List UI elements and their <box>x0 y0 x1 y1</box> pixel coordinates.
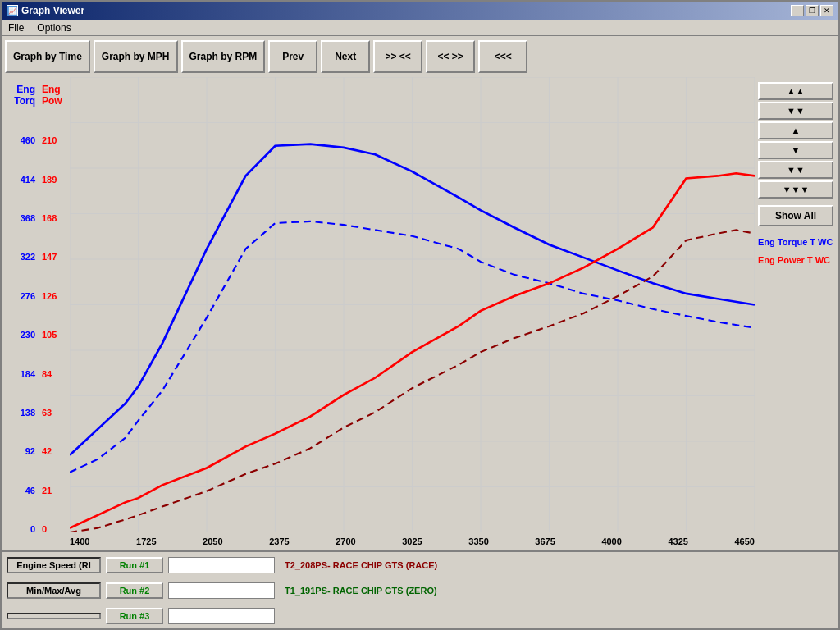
title-bar-buttons: — ❐ ✕ <box>791 5 833 16</box>
right-panel: ▲▲ ▼▼ ▲ ▼ ▼▼ ▼▼▼ Show All Eng Torque T W… <box>755 79 837 549</box>
x-axis-3675: 3675 <box>535 536 555 546</box>
window-title: Graph Viewer <box>21 5 84 16</box>
y-axis-blue-184: 184 <box>21 369 35 379</box>
y-axis-blue-230: 230 <box>21 330 35 340</box>
bottom-row-1: Engine Speed (RI Run #1 T2_208PS- RACE C… <box>2 552 838 578</box>
run2-button[interactable]: Run #2 <box>106 582 163 599</box>
prev-button[interactable]: Prev <box>268 40 317 73</box>
y-axis-blue-138: 138 <box>21 408 35 418</box>
y-axis-red-126: 126 <box>42 291 57 301</box>
zoom-in-button[interactable]: >> << <box>373 40 422 73</box>
x-axis-1400: 1400 <box>70 536 89 546</box>
nav-group-left: ▲▲ ▼▼ ▲ ▼ ▼▼ ▼▼▼ <box>758 82 833 199</box>
legend-blue: Eng Torque T WC <box>758 236 833 248</box>
close-button[interactable]: ✕ <box>820 5 833 16</box>
graph-by-mph-button[interactable]: Graph by MPH <box>94 40 178 73</box>
run1-button[interactable]: Run #1 <box>106 557 163 573</box>
legend-blue-label: Eng Torque T WC <box>758 237 833 247</box>
y-axis-blue-46: 46 <box>25 486 35 495</box>
nav-up-left[interactable]: ▲ <box>758 121 833 139</box>
legend-red-label: Eng Power T WC <box>758 255 830 265</box>
nav-up-up-left[interactable]: ▲▲ <box>758 82 833 100</box>
y-axis-red-168: 168 <box>42 213 57 223</box>
menu-options[interactable]: Options <box>34 21 74 34</box>
x-axis-3350: 3350 <box>468 536 488 546</box>
y-axis-blue-92: 92 <box>25 446 35 456</box>
show-all-button[interactable]: Show All <box>758 205 833 226</box>
y-axis-blue-276: 276 <box>21 291 35 301</box>
run3-description <box>280 614 833 618</box>
y-axis-red-42: 42 <box>42 446 52 456</box>
empty-label <box>7 613 101 619</box>
run2-color-box <box>168 582 275 599</box>
y-axis-red: Eng Pow 210 189 168 147 126 105 84 63 42… <box>39 77 70 550</box>
nav-down-left[interactable]: ▼ <box>758 141 833 159</box>
main-area: Eng Torq 460 414 368 322 276 230 184 138… <box>2 77 838 550</box>
x-axis-1725: 1725 <box>136 536 156 546</box>
y-axis-blue-header: Eng Torq <box>5 84 35 107</box>
minimize-button[interactable]: — <box>791 5 804 16</box>
zoom-out-button[interactable]: << >> <box>426 40 475 73</box>
menu-file[interactable]: File <box>5 21 27 34</box>
legend-red: Eng Power T WC <box>758 254 833 266</box>
y-axis-red-84: 84 <box>42 369 52 379</box>
bottom-bar: Engine Speed (RI Run #1 T2_208PS- RACE C… <box>2 550 838 628</box>
y-axis-blue-414: 414 <box>21 175 35 185</box>
run3-button[interactable]: Run #3 <box>106 608 163 624</box>
y-axis-blue: Eng Torq 460 414 368 322 276 230 184 138… <box>2 77 39 550</box>
next-button[interactable]: Next <box>321 40 370 73</box>
y-axis-red-21: 21 <box>42 486 52 495</box>
y-axis-red-63: 63 <box>42 408 52 418</box>
y-axis-blue-0: 0 <box>30 524 35 534</box>
x-axis-2050: 2050 <box>203 536 222 546</box>
nav-down-down2-left[interactable]: ▼▼ <box>758 161 833 179</box>
y-axis-blue-368: 368 <box>21 213 35 223</box>
nav-down-down-left[interactable]: ▼▼ <box>758 102 833 120</box>
app-icon: 📈 <box>7 5 18 16</box>
x-axis-3025: 3025 <box>402 536 422 546</box>
x-axis-4650: 4650 <box>734 536 754 546</box>
bottom-row-2: Min/Max/Avg Run #2 T1_191PS- RACE CHIP G… <box>2 578 838 603</box>
title-bar: 📈 Graph Viewer — ❐ ✕ <box>2 2 838 20</box>
x-axis-4325: 4325 <box>668 536 687 546</box>
x-axis: 1400 1725 2050 2375 2700 3025 3350 3675 … <box>70 532 755 550</box>
nav-down-down3-left[interactable]: ▼▼▼ <box>758 180 833 199</box>
graph-by-rpm-button[interactable]: Graph by RPM <box>181 40 266 73</box>
chart-canvas <box>70 77 755 532</box>
menu-bar: File Options <box>2 20 838 36</box>
y-axis-red-header: Eng Pow <box>42 84 66 107</box>
x-axis-2375: 2375 <box>269 536 289 546</box>
y-axis-red-210: 210 <box>42 135 57 145</box>
run1-description: T2_208PS- RACE CHIP GTS (RACE) <box>280 559 833 572</box>
bottom-row-3: Run #3 <box>2 603 838 628</box>
y-axis-red-105: 105 <box>42 330 57 340</box>
y-axis-blue-460: 460 <box>21 135 35 145</box>
restore-button[interactable]: ❐ <box>806 5 819 16</box>
chart-area: 1400 1725 2050 2375 2700 3025 3350 3675 … <box>70 77 755 550</box>
run2-description: T1_191PS- RACE CHIP GTS (ZERO) <box>280 584 833 597</box>
x-axis-4000: 4000 <box>601 536 621 546</box>
speed-label: Engine Speed (RI <box>7 557 101 573</box>
x-axis-2700: 2700 <box>336 536 355 546</box>
toolbar: Graph by Time Graph by MPH Graph by RPM … <box>2 36 838 77</box>
far-left-button[interactable]: <<< <box>478 40 527 73</box>
min-max-avg-label: Min/Max/Avg <box>7 582 101 599</box>
y-axis-blue-322: 322 <box>21 252 35 262</box>
y-axis-red-147: 147 <box>42 252 57 262</box>
title-bar-left: 📈 Graph Viewer <box>7 5 84 16</box>
chart-svg <box>70 77 755 532</box>
run3-color-box <box>168 608 275 624</box>
run1-color-box <box>168 557 275 573</box>
y-axis-red-189: 189 <box>42 175 57 185</box>
graph-by-time-button[interactable]: Graph by Time <box>5 40 90 73</box>
main-window: 📈 Graph Viewer — ❐ ✕ File Options Graph … <box>0 0 840 630</box>
y-axis-red-0: 0 <box>42 524 47 534</box>
